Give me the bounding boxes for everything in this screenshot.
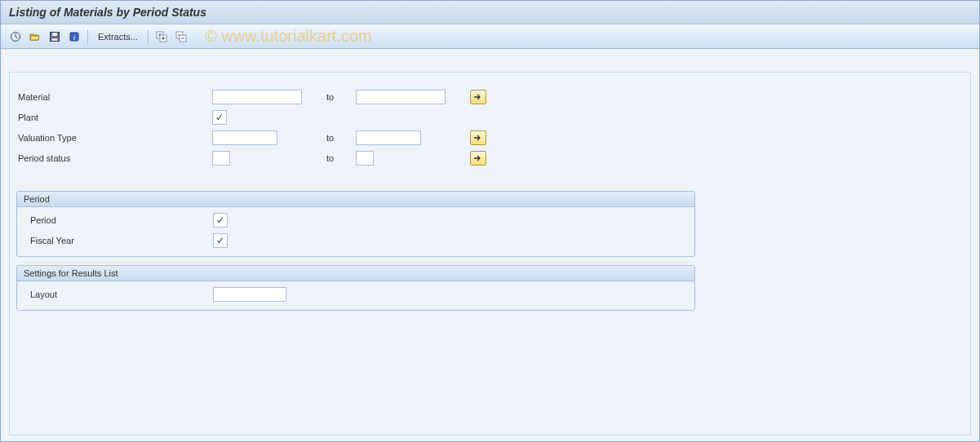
row-valuation-type: Valuation Type to [16, 128, 964, 148]
toolbar: i Extracts... © www.tutorialkart.com [1, 24, 979, 49]
watermark-text: © www.tutorialkart.com [205, 27, 372, 46]
material-label: Material [16, 92, 212, 102]
execute-button[interactable] [7, 28, 24, 46]
info-icon: i [69, 31, 80, 42]
row-plant: Plant [16, 108, 964, 127]
period-status-label: Period status [16, 153, 212, 163]
row-period: Period [24, 210, 688, 230]
selection-info-button[interactable]: i [65, 28, 83, 46]
period-status-to-input[interactable] [356, 151, 374, 166]
toolbar-separator [148, 29, 149, 44]
plant-label: Plant [16, 113, 212, 122]
svg-rect-2 [52, 33, 57, 36]
to-label: to [326, 92, 356, 102]
valuation-type-label: Valuation Type [16, 133, 212, 143]
arrow-right-icon [473, 134, 483, 142]
page-title: Listing of Materials by Period Status [1, 1, 979, 24]
selection-screen: Material to Plant Valuation Type to [9, 72, 971, 435]
plant-input[interactable] [212, 110, 227, 125]
valuation-type-to-input[interactable] [356, 130, 421, 145]
get-variant-button[interactable] [26, 28, 44, 46]
row-layout: Layout [24, 285, 688, 304]
required-check-icon [216, 216, 224, 224]
row-period-status: Period status to [16, 148, 964, 168]
svg-rect-4 [52, 38, 58, 38]
expand-all-button[interactable] [153, 28, 171, 46]
collapse-all-icon [175, 31, 187, 42]
extracts-button[interactable]: Extracts... [92, 28, 144, 46]
period-status-from-input[interactable] [212, 151, 230, 166]
arrow-right-icon [473, 154, 483, 162]
material-more-button[interactable] [470, 90, 486, 104]
group-period-title: Period [17, 192, 694, 207]
period-input[interactable] [213, 213, 228, 228]
valuation-type-from-input[interactable] [212, 130, 277, 145]
layout-input[interactable] [213, 287, 286, 302]
save-variant-button[interactable] [46, 28, 64, 46]
expand-all-icon [156, 31, 167, 42]
folder-open-icon [29, 31, 41, 42]
material-to-input[interactable] [356, 90, 446, 104]
required-check-icon [215, 113, 224, 122]
required-check-icon [216, 236, 224, 245]
to-label: to [326, 133, 356, 143]
valuation-type-more-button[interactable] [470, 130, 486, 145]
row-material: Material to [16, 87, 964, 107]
arrow-right-icon [473, 93, 483, 101]
save-icon [49, 31, 60, 42]
fiscal-year-label: Fiscal Year [24, 236, 213, 245]
period-label: Period [24, 215, 213, 225]
group-settings-title: Settings for Results List [17, 266, 694, 281]
fiscal-year-input[interactable] [213, 233, 228, 248]
toolbar-separator [87, 29, 88, 44]
row-fiscal-year: Fiscal Year [24, 231, 688, 250]
clock-execute-icon [10, 31, 21, 42]
to-label: to [326, 153, 356, 163]
content-area: Material to Plant Valuation Type to [1, 49, 979, 442]
period-status-more-button[interactable] [470, 151, 486, 166]
material-from-input[interactable] [212, 90, 302, 104]
group-settings: Settings for Results List Layout [16, 265, 695, 311]
group-period: Period Period Fiscal Year [16, 191, 695, 257]
layout-label: Layout [24, 290, 213, 299]
collapse-all-button[interactable] [172, 28, 190, 46]
